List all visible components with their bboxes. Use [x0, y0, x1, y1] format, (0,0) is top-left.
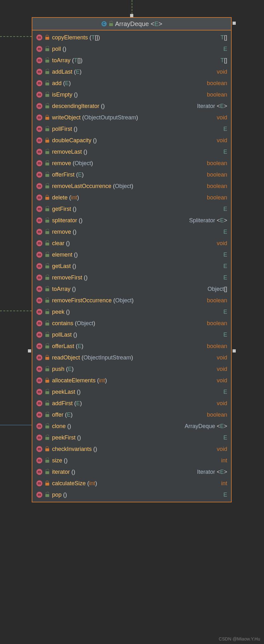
method-row[interactable]: misEmpty ()boolean [32, 89, 231, 100]
return-type: boolean [207, 91, 227, 98]
private-lock-icon [45, 481, 50, 486]
method-row[interactable]: mpeekLast ()E [32, 386, 231, 398]
method-signature: writeObject (ObjectOutputStream) [52, 114, 214, 121]
method-row[interactable]: mpollFirst ()E [32, 123, 231, 135]
method-row[interactable]: mcontains (Object)boolean [32, 318, 231, 329]
public-lock-icon [45, 470, 50, 474]
public-lock-icon [45, 92, 50, 97]
method-signature: pop () [52, 492, 221, 498]
method-row[interactable]: mwriteObject (ObjectOutputStream)void [32, 112, 231, 123]
method-row[interactable]: mremove (Object)boolean [32, 158, 231, 169]
method-row[interactable]: mgetFirst ()E [32, 203, 231, 215]
public-lock-icon [45, 127, 50, 131]
method-icon: m [36, 126, 43, 132]
method-row[interactable]: mremove ()E [32, 226, 231, 238]
method-icon: m [36, 149, 43, 155]
method-signature: toArray () [52, 286, 205, 292]
handle-left[interactable] [28, 349, 31, 352]
method-row[interactable]: mpush (E)void [32, 363, 231, 375]
method-signature: delete (int) [52, 194, 204, 201]
public-lock-icon [45, 310, 50, 314]
public-lock-icon [45, 493, 50, 497]
method-row[interactable]: mpeek ()E [32, 306, 231, 318]
return-type: boolean [207, 171, 227, 178]
method-signature: clear () [52, 240, 214, 247]
method-row[interactable]: mremoveLastOccurrence (Object)boolean [32, 180, 231, 192]
uml-class-box[interactable]: C ArrayDeque <E> mcopyElements (T[])T[]m… [32, 17, 232, 502]
method-row[interactable]: mdoubleCapacity ()void [32, 135, 231, 146]
uml-title-bar: C ArrayDeque <E> [32, 18, 231, 30]
method-signature: toArray (T[]) [52, 57, 218, 64]
public-lock-icon [45, 367, 50, 371]
method-row[interactable]: miterator ()Iterator <E> [32, 466, 231, 478]
return-type: void [217, 366, 227, 372]
method-row[interactable]: mdelete (int)boolean [32, 192, 231, 203]
method-row[interactable]: mpollLast ()E [32, 329, 231, 340]
method-signature: addFirst (E) [52, 400, 214, 407]
method-signature: size () [52, 457, 219, 464]
public-lock-icon [45, 58, 50, 63]
method-icon: m [36, 389, 43, 395]
method-icon: m [36, 377, 43, 384]
method-row[interactable]: maddLast (E)void [32, 66, 231, 77]
public-lock-icon [45, 424, 50, 428]
return-type: E [223, 252, 227, 258]
method-row[interactable]: mspliterator ()Spliterator <E> [32, 215, 231, 226]
method-icon: m [36, 69, 43, 75]
method-row[interactable]: mtoArray (T[])T[] [32, 55, 231, 66]
method-row[interactable]: mremoveFirst ()E [32, 272, 231, 283]
method-row[interactable]: mpeekFirst ()E [32, 432, 231, 443]
method-row[interactable]: maddFirst (E)void [32, 398, 231, 409]
method-row[interactable]: msize ()int [32, 455, 231, 466]
method-row[interactable]: mofferLast (E)boolean [32, 340, 231, 352]
return-type: boolean [207, 412, 227, 418]
method-row[interactable]: mpop ()E [32, 489, 231, 500]
method-row[interactable]: mclear ()void [32, 238, 231, 249]
method-row[interactable]: mgetLast ()E [32, 260, 231, 272]
method-icon: m [36, 492, 43, 498]
method-row[interactable]: mcalculateSize (int)int [32, 478, 231, 489]
method-row[interactable]: mclone ()ArrayDeque <E> [32, 420, 231, 432]
method-row[interactable]: mremoveLast ()E [32, 146, 231, 158]
method-signature: allocateElements (int) [52, 377, 214, 384]
return-type: E [223, 149, 227, 155]
method-icon: m [36, 457, 43, 464]
method-row[interactable]: madd (E)boolean [32, 77, 231, 89]
method-row[interactable]: melement ()E [32, 249, 231, 260]
return-type: void [217, 240, 227, 247]
method-row[interactable]: mtoArray ()Object[] [32, 283, 231, 295]
uml-method-list: mcopyElements (T[])T[]mpoll ()EmtoArray … [32, 30, 231, 502]
method-icon: m [36, 354, 43, 361]
method-icon: m [36, 183, 43, 189]
method-row[interactable]: mcopyElements (T[])T[] [32, 32, 231, 43]
method-signature: peekFirst () [52, 434, 221, 441]
handle-top[interactable] [130, 14, 133, 17]
return-type: boolean [207, 297, 227, 304]
return-type: ArrayDeque <E> [185, 423, 227, 430]
handle-tr[interactable] [233, 22, 236, 25]
method-row[interactable]: mallocateElements (int)void [32, 375, 231, 386]
method-row[interactable]: mreadObject (ObjectInputStream)void [32, 352, 231, 363]
method-signature: peek () [52, 309, 221, 315]
method-icon: m [36, 240, 43, 246]
method-icon: m [36, 194, 43, 201]
method-icon: m [36, 252, 43, 258]
handle-right[interactable] [233, 349, 236, 352]
method-row[interactable]: mpoll ()E [32, 43, 231, 55]
method-row[interactable]: moffer (E)boolean [32, 409, 231, 420]
return-type: boolean [207, 194, 227, 201]
method-signature: iterator () [52, 469, 195, 475]
method-row[interactable]: mcheckInvariants ()void [32, 443, 231, 455]
public-lock-icon [109, 22, 113, 26]
public-lock-icon [45, 218, 50, 223]
method-signature: offer (E) [52, 412, 204, 418]
method-row[interactable]: mremoveFirstOccurrence (Object)boolean [32, 295, 231, 306]
method-signature: remove () [52, 229, 221, 235]
method-signature: spliterator () [52, 217, 187, 224]
method-row[interactable]: mdescendingIterator ()Iterator <E> [32, 100, 231, 112]
method-row[interactable]: mofferFirst (E)boolean [32, 169, 231, 180]
watermark: CSDN @Miaow.Y.Hu [219, 636, 260, 641]
return-type: Object[] [208, 286, 227, 292]
method-icon: m [36, 320, 43, 326]
connector-left-1 [0, 36, 32, 37]
